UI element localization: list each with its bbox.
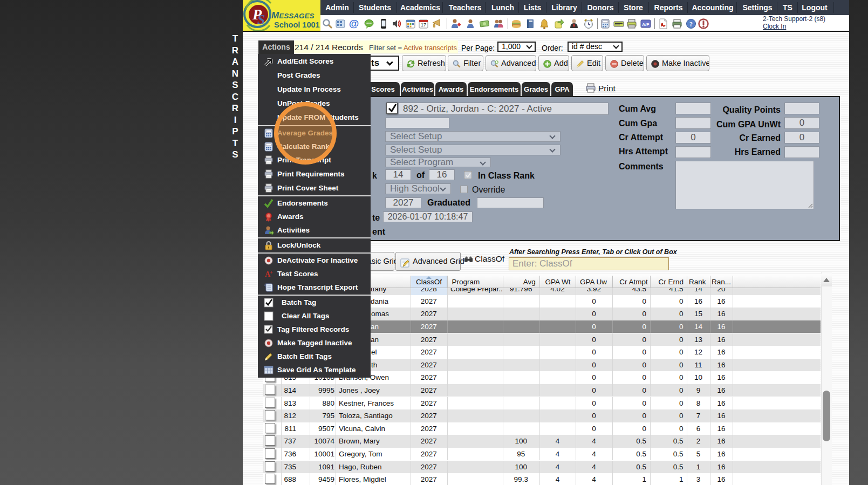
svg-text:+: +	[270, 269, 273, 275]
svg-text:S: S	[257, 12, 265, 28]
svg-text:School 1001: School 1001	[274, 21, 320, 29]
svg-text:17: 17	[421, 22, 426, 28]
svg-text:?: ?	[689, 21, 693, 28]
svg-text:@: @	[349, 18, 359, 29]
svg-text:A/P: A/P	[642, 22, 650, 27]
